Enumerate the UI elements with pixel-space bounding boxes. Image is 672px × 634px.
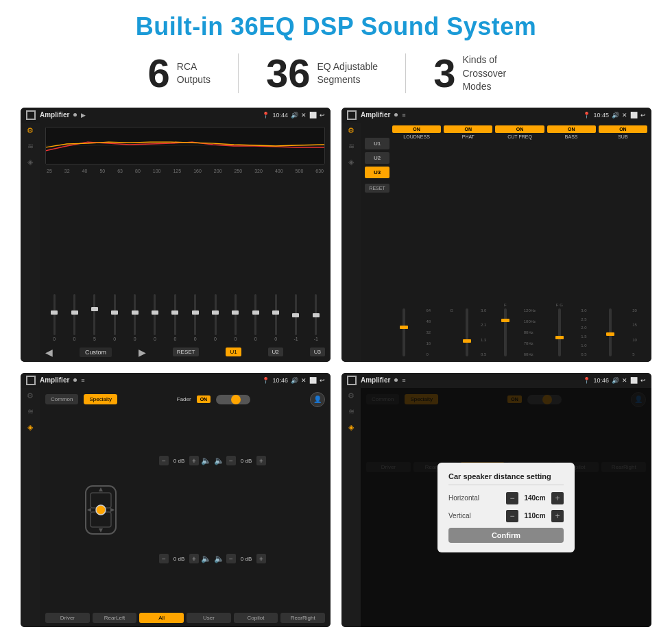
rr-minus[interactable]: − [226,554,236,563]
volume-icon-4: 🔊 [612,377,619,384]
driver-btn[interactable]: Driver [45,613,90,623]
svg-marker-9 [110,508,115,512]
eq-u3-btn[interactable]: U3 [310,348,325,356]
loudness-label: LOUDNESS [403,134,430,139]
home-icon-2[interactable] [347,110,357,120]
eq-freq-labels: 25 32 40 50 63 80 100 125 160 200 250 32… [45,169,325,173]
bass-slider[interactable] [558,308,561,356]
svg-marker-7 [99,528,103,533]
back-icon-4: ↩ [640,377,646,384]
fader-slider[interactable] [216,395,250,404]
speaker-icon-4[interactable]: ◈ [348,424,354,431]
confirm-button[interactable]: Confirm [448,528,564,543]
phat-on-btn[interactable]: ON [444,125,492,133]
horizontal-minus-btn[interactable]: − [506,492,518,504]
rl-speaker-icon: 🔈 [201,554,211,563]
copilot-btn[interactable]: Copilot [234,613,278,623]
eq-slider-6: 0 [166,294,184,341]
eq-slider-7: 0 [187,294,204,341]
freq-80: 80 [135,169,141,173]
rearleft-btn[interactable]: RearLeft [93,613,137,623]
eq-slider-3: 0 [106,294,123,341]
common-tab[interactable]: Common [45,394,78,404]
home-icon-4[interactable] [347,376,357,385]
phat-slider-area: G 3.0 2.1 1.3 0.5 [444,141,492,359]
eq-slider-4: 0 [125,294,143,341]
wave-icon-4[interactable]: ≋ [348,408,355,415]
eq-reset-btn[interactable]: RESET [173,348,200,356]
home-icon-1[interactable] [26,110,36,120]
loudness-slider[interactable] [403,308,405,356]
eq-u2-btn[interactable]: U2 [268,348,283,356]
fader-on-btn[interactable]: ON [197,395,211,403]
wave-icon-3[interactable]: ≋ [27,408,34,415]
eq-next-btn[interactable]: ▶ [139,347,146,358]
eq-icon-2[interactable]: ⚙ [348,127,355,134]
rr-plus[interactable]: + [256,554,266,563]
home-icon-3[interactable] [26,376,36,385]
loudness-slider-area: 64 48 32 16 0 [392,141,441,359]
amplifier-title-4: Amplifier [361,376,390,384]
sub-on-btn[interactable]: ON [599,125,647,133]
car-diagram [45,483,156,537]
time-3: 10:46 [272,377,288,384]
bass-on-btn[interactable]: ON [547,125,596,133]
rr-control: 🔈 − 0 dB + [214,554,325,563]
speaker-icon-3[interactable]: ◈ [27,424,33,431]
stat-crossover-label: Kinds ofCrossover Modes [462,53,524,94]
xover-reset-btn[interactable]: RESET [365,184,389,193]
eq-icon-3[interactable]: ⚙ [27,392,34,400]
fr-plus[interactable]: + [256,456,266,465]
user-btn[interactable]: User [187,613,231,623]
fl-plus[interactable]: + [189,456,199,465]
fader-top-row: Common Specialty Fader ON 👤 [45,392,325,407]
dialog-title: Car speaker distance setting [448,472,564,485]
vertical-minus-btn[interactable]: − [506,510,518,522]
rl-plus[interactable]: + [189,554,199,563]
fl-minus[interactable]: − [159,456,169,465]
status-bar-2: Amplifier ≡ 📍 10:45 🔊 ✕ ⬜ ↩ [341,108,651,123]
loudness-on-btn[interactable]: ON [392,125,441,133]
main-title: Built-in 36EQ DSP Sound System [136,12,536,41]
stats-row: 6 RCAOutputs 36 EQ AdjustableSegments 3 … [21,53,651,94]
menu-icon-3: ≡ [81,377,84,384]
eq-u1-btn[interactable]: U1 [226,348,241,356]
eq-icon-1[interactable]: ⚙ [27,127,34,134]
horizontal-label: Horizontal [448,494,490,502]
wave-icon-1[interactable]: ≋ [27,143,34,150]
slider-track-0[interactable] [53,294,56,335]
eq-prev-btn[interactable]: ◀ [45,347,53,358]
horizontal-plus-btn[interactable]: + [551,492,564,504]
eq-slider-1: 0 [65,294,83,341]
rearright-btn[interactable]: RearRight [280,613,325,623]
xover-u1-btn[interactable]: U1 [365,138,389,149]
location-icon-2: 📍 [583,112,590,119]
phat-freq-left: G [450,308,453,356]
ch-sub: ON SUB 20 15 10 5 [599,125,647,359]
stat-eq-number: 36 [266,53,311,93]
horizontal-value: 140cm [521,494,549,502]
freq-250: 250 [235,169,243,173]
xover-u2-btn[interactable]: U2 [365,152,389,164]
cutfreq-on-btn[interactable]: ON [495,125,544,133]
fr-minus[interactable]: − [226,456,236,465]
xover-u3-btn[interactable]: U3 [365,167,389,178]
speaker-icon-1[interactable]: ◈ [27,158,33,166]
speaker-icon-2[interactable]: ◈ [348,158,354,166]
eq-slider-13: -1 [307,294,325,341]
stat-rca-number: 6 [148,53,170,93]
phat-slider[interactable] [466,308,468,356]
vertical-plus-btn[interactable]: + [551,510,564,522]
rl-minus[interactable]: − [159,554,169,563]
bass-label: BASS [565,134,578,139]
all-btn[interactable]: All [139,613,184,623]
sub-slider[interactable] [609,308,612,356]
freq-63: 63 [117,169,123,173]
eq-icon-4[interactable]: ⚙ [348,392,355,400]
cutfreq-slider[interactable] [504,308,507,356]
specialty-tab[interactable]: Specialty [84,394,117,404]
cutfreq-freq: 120Hz 100Hz 80Hz 70Hz 60Hz [524,308,536,356]
wave-icon-2[interactable]: ≋ [348,143,355,150]
sub-freq: 20 15 10 5 [632,308,637,356]
screen-body-4: ⚙ ≋ ◈ Common Specialty ON [341,388,651,627]
